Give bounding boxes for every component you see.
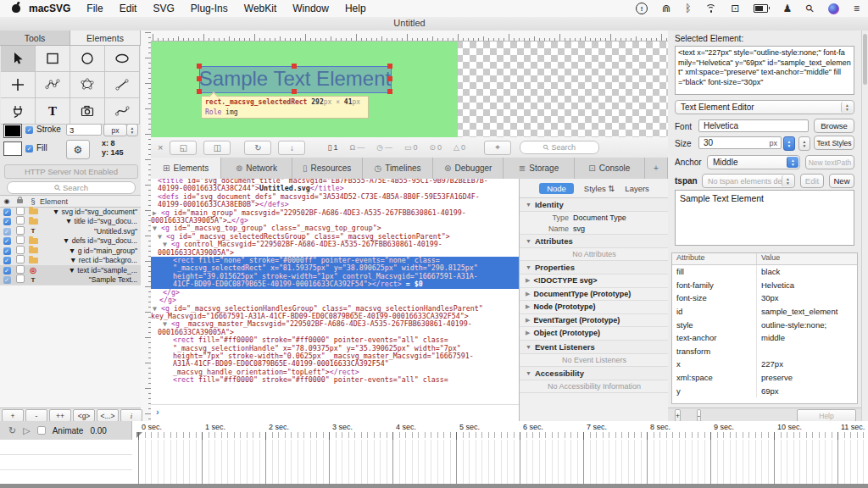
event-listeners-section-header[interactable]: ▼Event Listeners bbox=[520, 341, 669, 354]
reload-button[interactable]: ↻ bbox=[244, 141, 271, 155]
console-messages-badge[interactable]: ▭0 bbox=[404, 143, 418, 152]
tab-node[interactable]: Node bbox=[539, 183, 574, 194]
resize-handle-top-right[interactable] bbox=[387, 64, 392, 69]
notifications-icon[interactable]: ! bbox=[636, 3, 648, 14]
visibility-checkbox[interactable]: ✓ bbox=[3, 276, 11, 284]
errors-badge[interactable]: ⊙0 bbox=[430, 143, 442, 152]
text-styles-button[interactable]: Text Styles bbox=[814, 136, 854, 150]
text-tool[interactable]: T bbox=[36, 98, 70, 125]
resize-handle-bottom-left[interactable] bbox=[197, 89, 202, 94]
code-line[interactable]: </g> bbox=[151, 289, 519, 297]
text-content-editor[interactable]: Sample Text Element bbox=[675, 190, 854, 246]
resize-handle-top-left[interactable] bbox=[197, 64, 202, 69]
inspector-search-input[interactable]: ⚲ Search bbox=[520, 141, 599, 154]
add-attribute-button[interactable]: + bbox=[675, 409, 681, 422]
inspector-tab-timelines[interactable]: ◷Timelines bbox=[363, 158, 433, 179]
circle-tool[interactable] bbox=[70, 46, 105, 72]
add-inspector-tab-button[interactable]: + bbox=[645, 158, 668, 179]
attribute-row[interactable]: fillblack bbox=[672, 265, 857, 279]
editor-type-select[interactable]: Text Element Editor▴▾ bbox=[675, 100, 854, 114]
new-tspan-button[interactable]: New bbox=[829, 174, 854, 188]
resize-handle-left[interactable] bbox=[197, 76, 202, 81]
resize-handle-right[interactable] bbox=[387, 76, 392, 81]
tab-elements[interactable]: Elements bbox=[70, 30, 141, 45]
menu-item-plug-ins[interactable]: Plug-Ins bbox=[191, 3, 228, 14]
wifi-icon[interactable] bbox=[705, 4, 716, 13]
menu-item-window[interactable]: Window bbox=[292, 3, 329, 14]
visibility-checkbox[interactable]: ✓ bbox=[3, 237, 11, 245]
font-input[interactable]: Helvetica bbox=[698, 119, 809, 132]
panel-scrollbar[interactable] bbox=[861, 30, 868, 421]
image-tool[interactable] bbox=[70, 98, 105, 125]
attribute-row[interactable]: x227px bbox=[672, 358, 857, 371]
info-button[interactable]: i bbox=[120, 409, 142, 422]
apple-menu-icon[interactable] bbox=[12, 4, 20, 13]
spotlight-icon[interactable]: ⚲ bbox=[804, 2, 817, 15]
bluetooth-icon[interactable]: ᛒ bbox=[685, 3, 691, 14]
lock-checkbox[interactable] bbox=[16, 207, 25, 215]
anchor-select[interactable]: Middle▴▾ bbox=[707, 155, 800, 169]
property-item[interactable]: ▶DocumentType (Prototype) bbox=[520, 288, 669, 302]
remove-element-button[interactable]: - bbox=[25, 409, 47, 422]
code-line[interactable]: 41CF-BD09-ED0C0879B65E-40199-00016633CA3… bbox=[151, 280, 519, 288]
dom-code-view[interactable]: <title id="svg_document_title" macsvgid=… bbox=[151, 179, 519, 404]
plugin-tool[interactable] bbox=[1, 98, 36, 125]
edit-tspan-button[interactable]: Edit bbox=[800, 174, 824, 188]
inspect-target-button[interactable]: ⌖ bbox=[484, 141, 511, 155]
lock-checkbox[interactable] bbox=[16, 265, 25, 274]
tree-row[interactable]: ✓◎▼ text id="sample_... bbox=[0, 265, 141, 275]
page-count-badge[interactable]: ▯1 bbox=[327, 143, 337, 152]
lock-checkbox[interactable] bbox=[16, 226, 25, 235]
tab-styles[interactable]: Styles ⇅ bbox=[584, 184, 615, 193]
inspector-tab-console[interactable]: ⊡Console bbox=[575, 158, 645, 179]
play-icon[interactable]: ▷ bbox=[23, 425, 30, 436]
timeline-ruler[interactable]: 0 sec.1 sec.2 sec.3 sec.4 sec.5 sec.6 se… bbox=[132, 421, 868, 484]
visibility-checkbox[interactable]: ✓ bbox=[3, 228, 11, 236]
user-icon[interactable]: ♟ bbox=[782, 3, 792, 14]
tree-row[interactable]: ✓▼ rect id="backgro... bbox=[0, 256, 141, 266]
browse-font-button[interactable]: Browse bbox=[814, 119, 854, 133]
ellipse-tool[interactable] bbox=[105, 46, 140, 72]
download-button[interactable]: ↓ bbox=[278, 141, 305, 155]
size-stepper[interactable]: ▴▾ bbox=[783, 136, 795, 151]
property-item[interactable]: ▶Object (Prototype) bbox=[520, 327, 669, 341]
stroke-unit-select[interactable]: px bbox=[103, 124, 127, 136]
menu-item-file[interactable]: File bbox=[86, 3, 103, 14]
tree-row[interactable]: ✓▼ g id="main_group" bbox=[0, 246, 141, 256]
inspector-tab-resources[interactable]: ▯Resources bbox=[292, 158, 363, 179]
line-tool[interactable] bbox=[105, 72, 140, 98]
add-element-button[interactable]: + bbox=[2, 409, 24, 422]
tree-row[interactable]: ✓▼ svg id="svg_document" bbox=[0, 207, 141, 217]
resize-handle-bottom[interactable] bbox=[292, 89, 297, 94]
http-server-button[interactable]: HTTP Server Not Enabled bbox=[4, 164, 138, 179]
warnings-badge[interactable]: △0 bbox=[453, 143, 465, 152]
element-source-button[interactable]: <...> bbox=[97, 409, 119, 422]
console-prompt[interactable]: › bbox=[151, 404, 519, 421]
find-icon[interactable]: ⋒ bbox=[662, 3, 670, 14]
attribute-row[interactable]: styleoutline-style:none; bbox=[672, 318, 857, 331]
resize-handle-top[interactable] bbox=[292, 64, 297, 69]
path-tool[interactable] bbox=[105, 98, 140, 125]
crosshair-tool[interactable] bbox=[1, 72, 36, 98]
attribute-row[interactable]: font-familyHelvetica bbox=[672, 279, 857, 292]
polygon-tool[interactable] bbox=[70, 72, 105, 98]
split-view-button[interactable]: ◫ bbox=[203, 141, 231, 155]
resize-handle-bottom-right[interactable] bbox=[387, 89, 392, 94]
menu-item-webkit[interactable]: WebKit bbox=[244, 3, 276, 14]
menu-item-macsvg[interactable]: macSVG bbox=[29, 3, 70, 14]
fill-checkbox[interactable]: ✓ bbox=[25, 145, 33, 152]
inspector-tab-storage[interactable]: ≣Storage bbox=[504, 158, 574, 179]
group-button[interactable]: <g> bbox=[73, 409, 95, 422]
attribute-row[interactable]: text-anchormiddle bbox=[672, 331, 857, 345]
tab-layers[interactable]: Layers bbox=[625, 184, 649, 193]
lock-checkbox[interactable] bbox=[16, 274, 25, 283]
visibility-checkbox[interactable]: ✓ bbox=[3, 218, 11, 225]
lock-checkbox[interactable] bbox=[16, 255, 25, 263]
attribute-row[interactable]: xml:spacepreserve bbox=[672, 371, 857, 385]
fill-color-swatch[interactable] bbox=[3, 141, 22, 156]
timeline-track-row[interactable] bbox=[0, 455, 132, 470]
attribute-row[interactable]: transform bbox=[672, 345, 857, 358]
remove-attribute-button[interactable]: - bbox=[697, 409, 701, 422]
attribute-row[interactable]: y69px bbox=[672, 384, 857, 397]
airplay-icon[interactable]: ⊡ bbox=[731, 3, 739, 14]
